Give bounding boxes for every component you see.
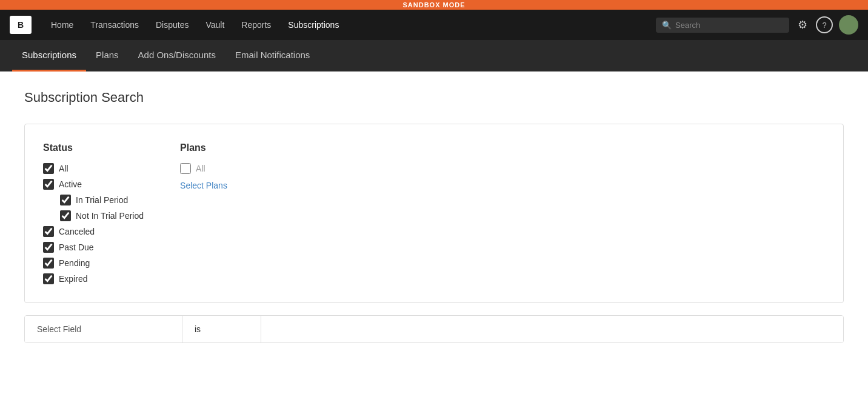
main-content: Subscription Search Status All Active In…: [0, 72, 868, 394]
status-active-label: Active: [59, 179, 82, 189]
avatar[interactable]: [839, 15, 858, 35]
status-active[interactable]: Active: [43, 179, 144, 190]
status-canceled[interactable]: Canceled: [43, 226, 144, 237]
nav-disputes[interactable]: Disputes: [149, 16, 196, 33]
nav-vault[interactable]: Vault: [198, 16, 232, 33]
nav-home[interactable]: Home: [44, 16, 81, 33]
status-past-due-checkbox[interactable]: [43, 242, 54, 253]
sandbox-banner: SANDBOX MODE: [0, 0, 868, 10]
status-all-checkbox[interactable]: [43, 163, 54, 174]
status-past-due-label: Past Due: [59, 242, 94, 252]
plans-section: Plans All Select Plans: [180, 142, 350, 284]
plans-all-checkbox[interactable]: [180, 163, 191, 174]
status-expired-checkbox[interactable]: [43, 273, 54, 284]
status-in-trial-checkbox[interactable]: [60, 195, 71, 205]
sandbox-banner-text: SANDBOX MODE: [402, 1, 465, 8]
status-canceled-checkbox[interactable]: [43, 226, 54, 237]
nav-links: Home Transactions Disputes Vault Reports…: [44, 16, 656, 33]
status-canceled-label: Canceled: [59, 227, 95, 236]
status-section: Status All Active In Trial Period Not In…: [43, 142, 144, 284]
search-input[interactable]: [675, 21, 783, 30]
filter-row: Select Field is: [24, 315, 844, 343]
status-not-trial[interactable]: Not In Trial Period: [60, 210, 144, 221]
status-pending[interactable]: Pending: [43, 258, 144, 269]
status-active-checkbox[interactable]: [43, 179, 54, 190]
status-expired-label: Expired: [59, 274, 87, 284]
status-past-due[interactable]: Past Due: [43, 242, 144, 253]
subnav-subscriptions[interactable]: Subscriptions: [12, 40, 86, 72]
sub-nav: Subscriptions Plans Add Ons/Discounts Em…: [0, 40, 868, 72]
select-plans-link[interactable]: Select Plans: [180, 181, 227, 190]
nav-transactions[interactable]: Transactions: [83, 16, 146, 33]
status-not-trial-label: Not In Trial Period: [76, 211, 144, 221]
plans-all-label: All: [196, 164, 205, 173]
nav-subscriptions[interactable]: Subscriptions: [281, 16, 346, 33]
status-pending-checkbox[interactable]: [43, 258, 54, 269]
help-icon[interactable]: ?: [816, 16, 833, 33]
status-pending-label: Pending: [59, 258, 90, 268]
status-expired[interactable]: Expired: [43, 273, 144, 284]
page-title: Subscription Search: [24, 90, 844, 105]
filter-field-select[interactable]: Select Field: [25, 316, 182, 342]
filter-value-input[interactable]: [261, 316, 843, 342]
search-section: Status All Active In Trial Period Not In…: [24, 124, 844, 303]
status-in-trial-label: In Trial Period: [76, 195, 128, 205]
status-in-trial[interactable]: In Trial Period: [60, 195, 144, 205]
subnav-add-ons[interactable]: Add Ons/Discounts: [129, 40, 225, 72]
status-not-trial-checkbox[interactable]: [60, 210, 71, 221]
nav-right: 🔍 ⚙ ?: [656, 15, 858, 35]
subnav-plans[interactable]: Plans: [86, 40, 129, 72]
filter-field-label: Select Field: [37, 324, 81, 334]
filter-operator-label: is: [195, 324, 201, 334]
gear-icon[interactable]: ⚙: [795, 16, 810, 34]
plans-title: Plans: [180, 142, 350, 153]
filter-operator: is: [182, 316, 261, 342]
search-box[interactable]: 🔍: [656, 18, 789, 33]
logo[interactable]: B: [10, 16, 32, 34]
status-all[interactable]: All: [43, 163, 144, 174]
top-nav: B Home Transactions Disputes Vault Repor…: [0, 10, 868, 40]
nav-reports[interactable]: Reports: [234, 16, 278, 33]
status-all-label: All: [59, 164, 68, 173]
search-icon: 🔍: [662, 21, 672, 30]
subnav-email-notifications[interactable]: Email Notifications: [225, 40, 319, 72]
plans-all-row: All: [180, 163, 350, 174]
status-checkboxes: All Active In Trial Period Not In Trial …: [43, 163, 144, 284]
status-title: Status: [43, 142, 144, 153]
